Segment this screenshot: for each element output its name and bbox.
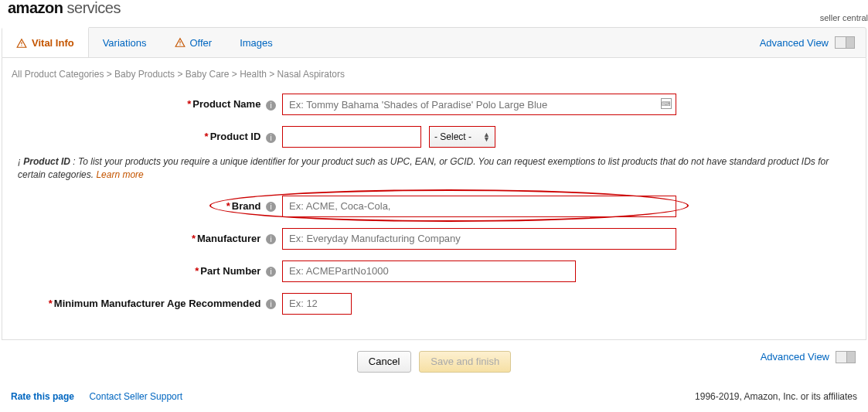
info-icon[interactable]: i xyxy=(266,267,276,277)
toggle-icon xyxy=(836,351,856,363)
content-panel: All Product Categories > Baby Products >… xyxy=(2,58,866,340)
info-icon[interactable]: i xyxy=(266,202,276,212)
product-id-type-select[interactable]: - Select - ▲▼ xyxy=(429,126,495,148)
tab-images[interactable]: Images xyxy=(226,28,287,57)
tab-variations[interactable]: Variations xyxy=(89,28,161,57)
advanced-view-toggle-top[interactable]: Advanced View xyxy=(760,36,866,49)
footer: Rate this page Contact Seller Support 19… xyxy=(0,380,868,402)
copyright-text: 1996-2019, Amazon, Inc. or its affiliate… xyxy=(695,391,857,402)
select-value: - Select - xyxy=(434,131,471,142)
breadcrumb-item[interactable]: Health xyxy=(240,69,267,80)
min-age-input[interactable] xyxy=(282,293,352,315)
row-part-number: *Part Number i xyxy=(12,260,856,282)
manufacturer-input[interactable] xyxy=(282,228,676,250)
tab-label: Images xyxy=(240,37,273,49)
advanced-view-toggle-bottom[interactable]: Advanced View xyxy=(761,351,856,363)
product-name-input[interactable] xyxy=(282,94,676,115)
tab-offer[interactable]: Offer xyxy=(161,28,226,57)
label-brand: Brand xyxy=(232,200,261,212)
product-id-input[interactable] xyxy=(282,126,421,148)
note-bold: Product ID xyxy=(23,156,70,167)
breadcrumb-item[interactable]: All Product Categories xyxy=(12,69,104,80)
tab-bar: Vital Info Variations Offer Images Advan… xyxy=(2,28,866,57)
label-manufacturer: Manufacturer xyxy=(197,233,260,244)
label-min-age: Minimum Manufacturer Age Recommended xyxy=(54,298,261,309)
row-min-age: *Minimum Manufacturer Age Recommended i xyxy=(12,293,856,315)
tab-vital-info[interactable]: Vital Info xyxy=(2,27,89,57)
breadcrumb-item[interactable]: Baby Care xyxy=(186,69,230,80)
button-row: Cancel Save and finish Advanced View xyxy=(2,340,866,373)
row-product-name: *Product Name i ⌨ xyxy=(12,94,856,115)
contact-support-link[interactable]: Contact Seller Support xyxy=(89,391,182,402)
advanced-view-label: Advanced View xyxy=(760,37,829,49)
tab-label: Offer xyxy=(190,37,213,49)
warning-icon xyxy=(175,37,186,48)
label-part-number: Part Number xyxy=(200,265,260,277)
advanced-view-label: Advanced View xyxy=(761,351,829,363)
label-product-id: Product ID xyxy=(210,131,261,142)
part-number-input[interactable] xyxy=(282,260,576,282)
select-arrows-icon: ▲▼ xyxy=(483,132,490,141)
info-icon[interactable]: i xyxy=(266,299,276,309)
row-brand: *Brand i xyxy=(12,196,856,217)
info-icon[interactable]: i xyxy=(266,100,276,111)
row-product-id: *Product ID i - Select - ▲▼ xyxy=(12,126,856,148)
logo-subtitle: seller central xyxy=(8,14,868,22)
breadcrumb: All Product Categories > Baby Products >… xyxy=(12,69,856,80)
learn-more-link[interactable]: Learn more xyxy=(96,169,143,180)
info-icon[interactable]: i xyxy=(266,234,276,244)
tab-label: Vital Info xyxy=(32,37,74,49)
logo: amazon services seller central xyxy=(8,0,868,22)
cancel-button[interactable]: Cancel xyxy=(357,351,411,373)
keyboard-icon[interactable]: ⌨ xyxy=(661,98,672,109)
tab-label: Variations xyxy=(103,37,147,49)
row-manufacturer: *Manufacturer i xyxy=(12,228,856,250)
header: amazon services seller central xyxy=(0,0,868,27)
breadcrumb-item[interactable]: Baby Products xyxy=(114,69,175,80)
tab-container: Vital Info Variations Offer Images Advan… xyxy=(2,27,866,58)
warning-icon xyxy=(16,38,27,49)
info-icon[interactable]: i xyxy=(266,133,276,143)
save-and-finish-button[interactable]: Save and finish xyxy=(419,351,511,373)
svg-point-3 xyxy=(179,44,180,45)
breadcrumb-item[interactable]: Nasal Aspirators xyxy=(277,69,345,80)
brand-input[interactable] xyxy=(282,196,676,217)
label-product-name: Product Name xyxy=(192,98,260,110)
svg-point-1 xyxy=(21,45,22,46)
product-id-note: ¡ Product ID : To list your products you… xyxy=(18,155,856,182)
toggle-icon xyxy=(835,36,855,49)
rate-page-link[interactable]: Rate this page xyxy=(11,391,74,402)
